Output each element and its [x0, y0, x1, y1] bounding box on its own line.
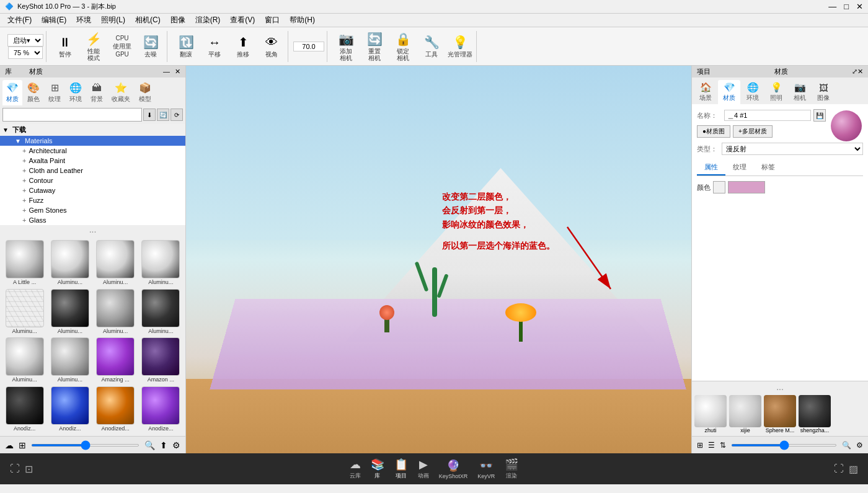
- mat-item-13[interactable]: Anodiz...: [48, 386, 92, 434]
- mat-map-button[interactable]: ●材质图: [697, 125, 730, 138]
- zoom-out-icon[interactable]: 🔍: [144, 440, 155, 450]
- mat-item-5[interactable]: Aluminu...: [48, 289, 92, 337]
- menu-item----r-[interactable]: 渲染(R): [190, 14, 226, 27]
- tab-backdrop[interactable]: 🏔 背景: [87, 81, 107, 105]
- tab-material-right[interactable]: 💎 材质: [718, 80, 740, 104]
- crop-icon[interactable]: ⛶: [834, 463, 844, 474]
- color-swatch-dark[interactable]: [713, 181, 725, 193]
- startup-select[interactable]: 启动▾: [7, 34, 43, 47]
- subtab-attributes[interactable]: 属性: [697, 160, 725, 175]
- mat-item-14[interactable]: Anodized...: [94, 386, 138, 434]
- mat-item-7[interactable]: Aluminu...: [139, 289, 183, 337]
- search-options-button[interactable]: ⬇: [143, 109, 156, 121]
- tab-image-right[interactable]: 🖼 图像: [812, 81, 835, 104]
- multi-mat-button[interactable]: +多层材质: [733, 125, 773, 138]
- left-panel-minimize[interactable]: —: [163, 68, 170, 76]
- search-refresh-button[interactable]: ⟳: [170, 109, 183, 121]
- name-input[interactable]: [724, 110, 811, 121]
- tab-env-right[interactable]: 🌐 环境: [742, 80, 764, 104]
- nav-key-vr[interactable]: 👓 KeyVR: [477, 459, 495, 479]
- mat-item-2[interactable]: Aluminu...: [94, 240, 138, 288]
- maximize-button[interactable]: □: [844, 2, 849, 11]
- push-button[interactable]: ⬆ 推移: [229, 32, 257, 61]
- right-zoom-slider[interactable]: [731, 444, 837, 446]
- grid-icon[interactable]: ⊞: [19, 440, 26, 450]
- zoom-slider[interactable]: [31, 444, 140, 446]
- tab-capture[interactable]: ⭐ 收藏夹: [108, 80, 134, 105]
- tree-item-cloth[interactable]: + Cloth and Leather: [0, 166, 185, 175]
- strip-item-1[interactable]: xijie: [729, 395, 761, 433]
- tab-color[interactable]: 🎨 颜色: [24, 80, 43, 105]
- pause-button[interactable]: ⏸ 暂停: [51, 32, 79, 61]
- upload-icon[interactable]: ⬆: [160, 440, 167, 450]
- right-sort-icon[interactable]: ⇅: [720, 441, 726, 450]
- tree-item-cutaway[interactable]: + Cutaway: [0, 185, 185, 195]
- mat-item-3[interactable]: Aluminu...: [139, 240, 183, 288]
- menu-item----v-[interactable]: 查看(V): [225, 14, 260, 27]
- mat-item-11[interactable]: Amazon ...: [139, 337, 183, 385]
- tree-item-axalta[interactable]: + Axalta Paint: [0, 156, 185, 166]
- tab-scene[interactable]: 🏠 场景: [694, 80, 717, 104]
- subtab-texture[interactable]: 纹理: [725, 160, 754, 175]
- nav-animation[interactable]: ▶ 动画: [418, 458, 429, 480]
- search-input[interactable]: [2, 108, 142, 122]
- denoise-button[interactable]: 🔄 去噪: [137, 32, 164, 61]
- reset-camera-button[interactable]: 🔄 重置相机: [361, 32, 388, 61]
- tab-camera-right[interactable]: 📷 相机: [789, 80, 811, 104]
- mat-item-12[interactable]: Anodiz...: [2, 386, 46, 434]
- light-manager-button[interactable]: 💡 光管理器: [446, 32, 474, 61]
- tab-model[interactable]: 📦 模型: [135, 80, 155, 105]
- nav-cloud[interactable]: ☁ 云库: [350, 458, 361, 480]
- nav-library[interactable]: 📚 库: [371, 458, 384, 480]
- right-grid-icon[interactable]: ⊞: [697, 441, 703, 450]
- nav-keyshot-xr[interactable]: 🔮 KeyShotXR: [439, 459, 468, 479]
- strip-item-3[interactable]: shengzha...: [799, 395, 831, 433]
- menu-item----h-[interactable]: 帮助(H): [285, 14, 320, 27]
- tab-environment[interactable]: 🌐 环境: [66, 80, 86, 105]
- name-save-button[interactable]: 💾: [813, 109, 826, 122]
- tree-item-materials[interactable]: ▼ Materials: [0, 136, 185, 146]
- tab-texture[interactable]: ⊞ 纹理: [45, 80, 64, 105]
- startup-dropdown[interactable]: 启动▾ 75 %: [7, 34, 43, 59]
- snap-icon[interactable]: ⊡: [25, 463, 33, 475]
- view-button[interactable]: 👁 视角: [258, 32, 285, 61]
- lock-camera-button[interactable]: 🔒 锁定相机: [389, 32, 417, 61]
- fullscreen-icon[interactable]: ⛶: [10, 463, 20, 474]
- nav-render[interactable]: 🎬 渲染: [505, 458, 518, 480]
- right-list-icon[interactable]: ☰: [708, 441, 715, 450]
- perf-mode-button[interactable]: ⚡ 性能模式: [80, 32, 107, 61]
- mat-item-15[interactable]: Anodize...: [139, 386, 183, 434]
- menu-item---[interactable]: 图像: [166, 14, 190, 27]
- add-camera-button[interactable]: 📷 添加相机: [332, 32, 360, 61]
- subtab-label[interactable]: 标签: [754, 160, 782, 175]
- mat-item-10[interactable]: Amazing ...: [94, 337, 138, 385]
- close-button[interactable]: ✕: [856, 2, 863, 11]
- strip-item-2[interactable]: Sphere M...: [764, 395, 796, 433]
- right-search-icon[interactable]: 🔍: [842, 441, 851, 450]
- mat-item-4[interactable]: Aluminu...: [2, 289, 46, 337]
- tree-item-fuzz[interactable]: + Fuzz: [0, 195, 185, 205]
- tab-material[interactable]: 💎 材质: [2, 80, 22, 105]
- tree-item-contour[interactable]: + Contour: [0, 175, 185, 185]
- search-sync-button[interactable]: 🔄: [157, 109, 169, 121]
- color-swatch-main[interactable]: [728, 181, 765, 193]
- type-select[interactable]: 漫反射: [722, 143, 863, 155]
- menu-item----f-[interactable]: 文件(F): [2, 14, 37, 27]
- menu-item----l-[interactable]: 照明(L): [96, 14, 130, 27]
- zoom-select[interactable]: 75 %: [8, 47, 43, 59]
- mat-item-0[interactable]: A Little ...: [2, 240, 46, 288]
- right-panel-expand[interactable]: ⤢: [852, 68, 857, 76]
- settings-icon[interactable]: ⚙: [172, 440, 180, 450]
- tab-lighting-right[interactable]: 💡 照明: [765, 80, 787, 104]
- angle-input[interactable]: [293, 42, 324, 51]
- menu-item---[interactable]: 环境: [71, 14, 96, 27]
- translate-button[interactable]: 🔃 翻滚: [172, 32, 200, 61]
- viewport[interactable]: 改变第二层颜色， 会反射到第一层， 影响冰纹的颜色效果， 所以第一层选个海洋的蓝…: [186, 66, 691, 453]
- tools-button[interactable]: 🔧 工具: [418, 32, 445, 61]
- cloud-icon[interactable]: ☁: [5, 440, 14, 450]
- tree-item-architectural[interactable]: + Architectural: [0, 146, 185, 156]
- menu-item----c-[interactable]: 相机(C): [130, 14, 166, 27]
- menu-item---[interactable]: 窗口: [260, 14, 285, 27]
- mat-item-1[interactable]: Aluminu...: [48, 240, 92, 288]
- strip-item-0[interactable]: zhuti: [694, 395, 727, 433]
